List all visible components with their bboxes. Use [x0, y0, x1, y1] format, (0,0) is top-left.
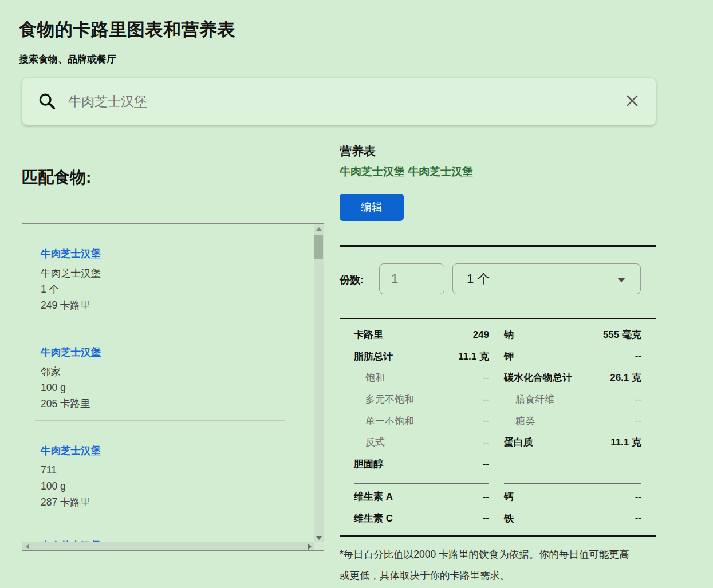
- nutrient-label: 铁: [504, 512, 514, 525]
- nutrient-value: --: [635, 512, 641, 524]
- nutrition-row: 糖类--: [504, 410, 641, 432]
- scroll-up-icon[interactable]: [316, 227, 322, 231]
- nutrition-column-left: 卡路里249脂肪总计11.1 克饱和--多元不饱和--单一不饱和--反式--胆固…: [354, 324, 489, 475]
- nutrient-label: 钙: [504, 490, 514, 503]
- nutrient-label: 维生素 C: [354, 512, 393, 525]
- food-detail-line: 287 卡路里: [41, 494, 285, 510]
- nutrition-row: 铁--: [504, 508, 641, 530]
- nutrient-label: 单一不饱和: [354, 415, 414, 428]
- vertical-scrollbar[interactable]: [314, 224, 324, 543]
- nutrition-row: 多元不饱和--: [354, 389, 489, 411]
- nutrient-label: 饱和: [354, 371, 385, 384]
- nutrient-label: 糖类: [504, 415, 535, 428]
- vitamin-column-right: 钙--铁--: [504, 483, 641, 529]
- food-list-item: 牛肉芝士汉堡711100 g287 卡路里: [35, 421, 285, 519]
- food-list-item: 牛肉芝士汉堡牛肉芝士汉堡1 个249 卡路里: [35, 224, 285, 322]
- nutrition-row: 碳水化合物总计26.1 克: [504, 367, 641, 389]
- search-label: 搜索食物、品牌或餐厅: [19, 53, 116, 66]
- nutrient-value: 11.1 克: [610, 436, 641, 449]
- nutrient-value: 249: [473, 329, 489, 341]
- nutrient-value: --: [483, 372, 489, 384]
- servings-label: 份数:: [340, 273, 364, 287]
- food-detail-line: 100 g: [41, 478, 285, 494]
- scroll-down-icon[interactable]: [316, 536, 322, 540]
- nutrient-value: 555 毫克: [603, 328, 641, 341]
- nutrition-row: 维生素 C--: [354, 508, 489, 530]
- search-icon: [37, 92, 57, 111]
- nutrition-row: 膳食纤维--: [504, 389, 641, 411]
- daily-value-footnote: *每日百分比值以2000 卡路里的饮食为依据。你的每日值可能更高 或更低，具体取…: [340, 544, 660, 586]
- nutrient-value: --: [483, 437, 489, 448]
- nutrient-label: 多元不饱和: [354, 393, 414, 406]
- nutrition-row: 单一不饱和--: [354, 410, 489, 432]
- food-list-item: 牛肉芝士汉堡: [35, 519, 285, 543]
- search-input[interactable]: [67, 93, 624, 110]
- nutrient-value: --: [483, 491, 489, 503]
- nutrient-value: --: [483, 458, 489, 469]
- nutrient-label: 膳食纤维: [504, 393, 554, 406]
- food-detail-line: 205 卡路里: [41, 396, 285, 412]
- vertical-scrollbar-thumb[interactable]: [314, 235, 323, 259]
- scroll-left-icon[interactable]: [26, 544, 29, 550]
- nutrient-value: --: [635, 350, 641, 362]
- nutrient-value: --: [483, 512, 489, 524]
- divider-vitamins-left: [354, 483, 489, 484]
- nutrition-row: 卡路里249: [354, 324, 489, 346]
- nutrient-label: 碳水化合物总计: [504, 371, 572, 384]
- nutrient-value: 11.1 克: [458, 350, 489, 363]
- nutrient-value: --: [635, 394, 641, 405]
- food-link[interactable]: 牛肉芝士汉堡: [41, 247, 101, 261]
- nutrition-row: 维生素 A--: [354, 486, 489, 508]
- nutrient-label: 蛋白质: [504, 436, 533, 449]
- scrollbar-corner: [314, 542, 324, 550]
- nutrition-row: 胆固醇--: [354, 453, 489, 475]
- page-title: 食物的卡路里图表和营养表: [19, 18, 235, 42]
- nutrition-row: 钾--: [504, 346, 641, 368]
- servings-quantity-input[interactable]: [379, 263, 444, 294]
- selected-food-link[interactable]: 牛肉芝士汉堡 牛肉芝士汉堡: [340, 164, 473, 179]
- food-list-item: 牛肉芝士汉堡邻家100 g205 卡路里: [35, 322, 285, 421]
- nutrition-row: 钙--: [504, 486, 641, 508]
- serving-unit-select[interactable]: 1 个: [452, 263, 641, 294]
- nutrient-label: 卡路里: [354, 328, 383, 341]
- nutrient-label: 反式: [354, 436, 385, 449]
- divider-top: [340, 245, 656, 247]
- nutrient-label: 钾: [504, 350, 514, 363]
- footnote-line: 或更低，具体取决于你的卡路里需求。: [340, 565, 660, 586]
- nutrient-value: 26.1 克: [610, 371, 641, 384]
- nutrient-label: 钠: [504, 328, 514, 341]
- food-detail-line: 牛肉芝士汉堡: [41, 265, 285, 281]
- nutrition-row: 蛋白质11.1 克: [504, 432, 641, 453]
- food-detail-line: 100 g: [41, 380, 285, 396]
- nutrient-value: --: [635, 415, 641, 427]
- food-detail-line: 邻家: [41, 364, 285, 380]
- nutrient-value: --: [483, 415, 489, 427]
- chevron-down-icon: [617, 278, 625, 282]
- nutrient-value: --: [635, 491, 641, 503]
- divider-vitamins-right: [504, 483, 641, 484]
- nutrition-row: 反式--: [354, 432, 489, 453]
- serving-unit-value: 1 个: [467, 270, 490, 287]
- divider-servings: [340, 318, 656, 319]
- food-list-viewport: 牛肉芝士汉堡牛肉芝士汉堡1 个249 卡路里牛肉芝士汉堡邻家100 g205 卡…: [22, 224, 314, 543]
- matching-foods-heading: 匹配食物:: [22, 167, 91, 188]
- edit-button[interactable]: 编辑: [340, 194, 404, 221]
- food-detail-line: 249 卡路里: [41, 297, 285, 313]
- nutrient-value: --: [483, 394, 489, 405]
- food-detail-line: 1 个: [41, 281, 285, 297]
- matching-foods-list: 牛肉芝士汉堡牛肉芝士汉堡1 个249 卡路里牛肉芝士汉堡邻家100 g205 卡…: [22, 223, 324, 551]
- clear-search-icon[interactable]: [624, 93, 641, 110]
- footnote-line: *每日百分比值以2000 卡路里的饮食为依据。你的每日值可能更高: [340, 544, 660, 565]
- nutrition-row: 钠555 毫克: [504, 324, 641, 346]
- divider-bottom: [340, 535, 656, 537]
- nutrient-label: 脂肪总计: [354, 350, 393, 363]
- food-link[interactable]: 牛肉芝士汉堡: [41, 345, 101, 359]
- scroll-right-icon[interactable]: [308, 544, 312, 550]
- food-link[interactable]: 牛肉芝士汉堡: [41, 444, 101, 457]
- nutrition-row: 饱和--: [354, 367, 489, 389]
- horizontal-scrollbar[interactable]: [22, 542, 315, 550]
- food-detail-line: 711: [41, 462, 285, 478]
- nutrition-row: 脂肪总计11.1 克: [354, 346, 489, 368]
- vitamin-column-left: 维生素 A--维生素 C--: [354, 483, 489, 529]
- food-calorie-app: 食物的卡路里图表和营养表 搜索食物、品牌或餐厅 匹配食物: 牛肉芝士汉堡牛肉芝士…: [0, 0, 713, 588]
